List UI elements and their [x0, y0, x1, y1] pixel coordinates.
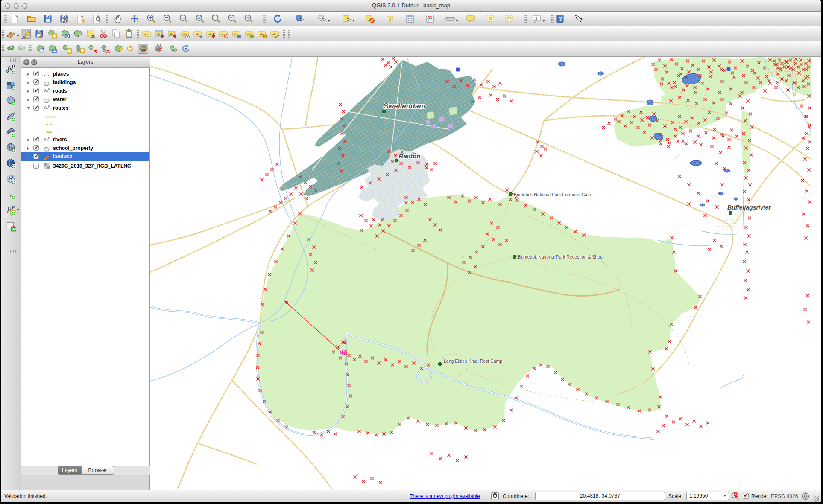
panel-tab-browser[interactable]: Browser: [82, 466, 114, 475]
split-features-icon[interactable]: [138, 44, 148, 54]
add-postgis-layer-icon[interactable]: [5, 95, 16, 106]
layer-visibility-checkbox[interactable]: ✓: [33, 96, 39, 102]
toolbar-handle[interactable]: [288, 30, 290, 38]
composer-manager-icon[interactable]: [91, 14, 102, 24]
field-calc-icon[interactable]: [425, 14, 435, 24]
collapse-icon[interactable]: [27, 107, 30, 111]
add-feature-icon[interactable]: [47, 29, 57, 39]
bookmark-new-icon[interactable]: [486, 14, 496, 24]
zoom-in-icon[interactable]: [146, 14, 156, 24]
coordinate-input[interactable]: 20.4318,-34.0737: [535, 492, 665, 500]
layer-symbology-item[interactable]: [21, 128, 149, 136]
scale-dropdown-icon[interactable]: [723, 495, 726, 497]
save-icon[interactable]: [43, 14, 53, 24]
layer-item-rivers[interactable]: ✓rivers: [21, 135, 149, 144]
toolbar-handle[interactable]: [106, 15, 108, 23]
layer-item-school_property[interactable]: ✓school_property: [21, 144, 149, 152]
rotate-point-icon[interactable]: [181, 44, 191, 54]
offset-curve-icon[interactable]: [126, 44, 136, 54]
feature-action-icon[interactable]: [317, 14, 327, 24]
merge-features-icon[interactable]: [168, 44, 179, 54]
layer-visibility-checkbox[interactable]: ✓: [33, 105, 39, 111]
toolbar-handle[interactable]: [2, 45, 4, 52]
plugin-icon[interactable]: [490, 492, 500, 501]
expand-icon[interactable]: [27, 147, 29, 150]
label-pin-icon[interactable]: abc: [206, 29, 216, 39]
node-tool-icon[interactable]: [73, 29, 83, 39]
layer-visibility-checkbox[interactable]: ✓: [33, 145, 39, 151]
toolbar-handle[interactable]: [9, 250, 17, 253]
new-shapefile-icon[interactable]: [5, 205, 16, 216]
cut-features-icon[interactable]: [98, 29, 108, 39]
expand-icon[interactable]: [27, 81, 29, 84]
zoom-next-icon[interactable]: [243, 14, 254, 24]
crs-status-icon[interactable]: [801, 492, 810, 501]
help-icon[interactable]: ?: [555, 14, 565, 24]
add-raster-layer-icon[interactable]: [5, 80, 16, 91]
identify-icon[interactable]: i: [295, 14, 305, 24]
redo-icon[interactable]: [16, 44, 26, 54]
map-canvas[interactable]: SwellendamRailtonBontebok National Park …: [150, 57, 811, 490]
save-as-icon[interactable]: [59, 14, 69, 24]
whatsthis-icon[interactable]: ?: [573, 14, 583, 24]
layer-visibility-checkbox[interactable]: ✓: [33, 88, 39, 93]
layer-visibility-checkbox[interactable]: ✓: [33, 71, 39, 76]
layer-item-places[interactable]: ✓places: [21, 70, 149, 78]
label-highlight-icon[interactable]: abc: [219, 29, 229, 39]
add-wfs-layer-icon[interactable]: [5, 174, 16, 185]
layer-symbology-item[interactable]: [21, 120, 149, 128]
add-spatialite-layer-icon[interactable]: [5, 111, 16, 122]
toolbar-handle[interactable]: [9, 58, 17, 62]
resize-grip[interactable]: [814, 496, 819, 502]
add-ring-icon[interactable]: [62, 44, 72, 54]
toolbar-handle[interactable]: [2, 30, 4, 38]
layer-visibility-checkbox[interactable]: [33, 163, 39, 169]
scale-combobox[interactable]: 1:19950: [686, 492, 729, 500]
move-feature-icon[interactable]: [60, 29, 70, 39]
label-show-hide-icon[interactable]: abc: [180, 29, 190, 39]
toolbar-handle[interactable]: [263, 15, 266, 23]
add-wms-layer-icon[interactable]: [5, 142, 16, 153]
label-rotate-icon[interactable]: ab: [167, 29, 178, 39]
delete-selected-icon[interactable]: [85, 29, 96, 39]
refresh-icon[interactable]: [272, 14, 283, 24]
select-expression-icon[interactable]: ε: [385, 14, 395, 24]
copy-features-icon[interactable]: [111, 29, 121, 39]
undo-icon[interactable]: [6, 44, 16, 54]
label-move-icon[interactable]: ab: [155, 29, 165, 39]
add-vector-layer-icon[interactable]: [5, 64, 16, 75]
delete-part-icon[interactable]: [100, 44, 111, 54]
bookmark-show-icon[interactable]: [504, 14, 514, 24]
expand-icon[interactable]: [27, 98, 29, 102]
title-bar[interactable]: QGIS 2.0.1-Dufour - basic_map: [1, 0, 821, 12]
render-checkbox[interactable]: ✓: [743, 493, 749, 499]
add-delimited-text-icon[interactable]: ,: [5, 189, 16, 200]
expand-icon[interactable]: [27, 90, 29, 93]
labeling-icon[interactable]: abc: [142, 29, 152, 39]
layers-panel-header[interactable]: ✕ ❐ Layers: [21, 57, 150, 68]
reshape-icon[interactable]: [113, 44, 123, 54]
label-properties-icon[interactable]: abc: [270, 29, 280, 39]
deselect-icon[interactable]: [365, 14, 375, 24]
layer-symbology-item[interactable]: [21, 112, 149, 121]
remove-layer-icon[interactable]: [5, 221, 16, 232]
rotate-feature-icon[interactable]: [35, 44, 45, 54]
split-parts-icon[interactable]: [153, 44, 164, 54]
pan-hand-icon[interactable]: [113, 14, 123, 24]
zoom-last-icon[interactable]: [227, 14, 237, 24]
panel-tab-layers[interactable]: Layers: [58, 466, 82, 475]
label-data2-icon[interactable]: abc: [244, 29, 255, 39]
toolbar-handle[interactable]: [4, 15, 7, 23]
layer-visibility-checkbox[interactable]: ✓: [33, 154, 39, 159]
zoom-selection-icon[interactable]: [211, 14, 221, 24]
layer-visibility-checkbox[interactable]: ✓: [33, 79, 39, 85]
expand-icon[interactable]: [27, 155, 29, 159]
layer-item-3420c_2010_327_rgb_latlng[interactable]: 3420C_2010_327_RGB_LATLNG: [21, 162, 149, 170]
toolbar-handle[interactable]: [283, 30, 285, 38]
zoom-native-icon[interactable]: 1:1: [179, 14, 189, 24]
toggle-editing-icon[interactable]: [21, 29, 31, 39]
toolbar-handle[interactable]: [524, 15, 527, 23]
toolbar-handle[interactable]: [29, 45, 32, 52]
toolbar-handle[interactable]: [137, 30, 139, 38]
zoom-out-icon[interactable]: [162, 14, 173, 24]
